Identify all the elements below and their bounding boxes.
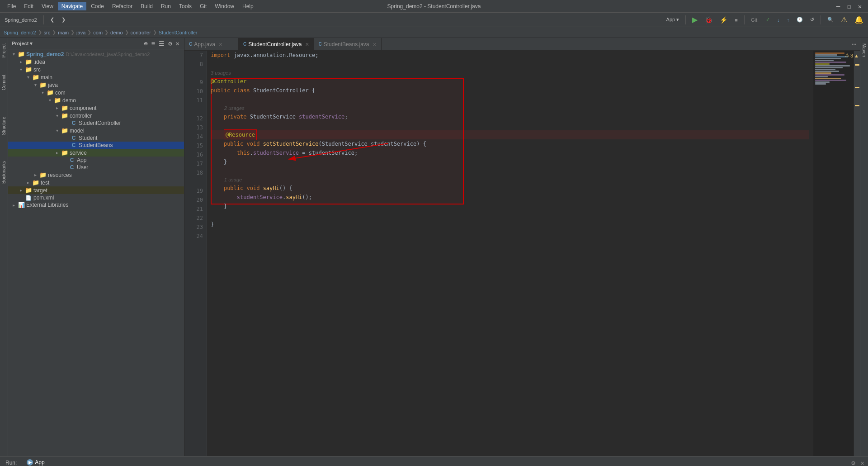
java-icon-user: C — [68, 164, 76, 171]
menu-view[interactable]: View — [38, 2, 57, 10]
folder-icon-java: 📁 — [39, 81, 47, 88]
tree-main[interactable]: ▾ 📁 main — [8, 73, 184, 81]
minimize-button[interactable]: ─ — [834, 3, 843, 10]
sidebar-collapse-btn[interactable]: ≡ — [151, 40, 156, 47]
menu-run[interactable]: Run — [157, 2, 175, 10]
tree-user[interactable]: ▸ C User — [8, 164, 184, 171]
folder-icon-idea: 📁 — [24, 58, 33, 65]
tree-controller[interactable]: ▾ 📁 controller — [8, 112, 184, 119]
sidebar-options-btn[interactable]: ☰ — [158, 40, 165, 47]
code-line-10: public class StudentController { — [211, 86, 809, 95]
project-tab[interactable]: Project — [0, 40, 7, 61]
tree-test[interactable]: ▸ 📁 test — [8, 179, 184, 186]
tab-close-app[interactable]: × — [219, 41, 222, 48]
maven-tab[interactable]: Maven — [861, 40, 868, 61]
code-content[interactable]: import javax.annotation.Resource; 3 usag… — [207, 51, 813, 456]
tree-resources[interactable]: ▸ 📁 resources — [8, 171, 184, 179]
toolbar-settings-btn[interactable]: ⚠ — [838, 14, 850, 25]
menu-edit[interactable]: Edit — [20, 2, 37, 10]
tree-root[interactable]: ▾ 📁 Spring_demo2 D:\Java\code\test_java\… — [8, 50, 184, 58]
tree-demo[interactable]: ▾ 📁 demo — [8, 96, 184, 104]
tree-java[interactable]: ▾ 📁 java — [8, 81, 184, 89]
bottom-close-btn[interactable]: ✕ — [859, 458, 866, 466]
tree-component[interactable]: ▸ 📁 component — [8, 104, 184, 112]
toolbar-git-check[interactable]: ✓ — [763, 16, 773, 24]
breadcrumb-java[interactable]: java — [76, 30, 85, 35]
code-line-22 — [211, 211, 809, 220]
tab-app[interactable]: C App.java × — [184, 38, 239, 51]
menu-git[interactable]: Git — [196, 2, 210, 10]
folder-icon-demo: 📁 — [53, 97, 61, 104]
toolbar-run-config[interactable]: App ▾ — [664, 16, 682, 24]
breadcrumb-src[interactable]: src — [44, 30, 51, 35]
maximize-button[interactable]: ☐ — [844, 3, 854, 10]
breadcrumb-demo[interactable]: demo — [110, 30, 123, 35]
toolbar-forward-btn[interactable]: ❯ — [59, 16, 68, 24]
breadcrumb-com[interactable]: com — [93, 30, 103, 35]
tree-student-beans[interactable]: ▸ C StudentBeans — [8, 142, 184, 149]
tree-app[interactable]: ▸ C App — [8, 157, 184, 164]
toolbar-project-btn[interactable]: Spring_demo2 — [2, 16, 40, 24]
menu-code[interactable]: Code — [87, 2, 108, 10]
bottom-tab-run[interactable]: ▶ App — [21, 457, 50, 466]
structure-tab[interactable]: Structure — [0, 113, 7, 139]
toolbar-git-push[interactable]: ↑ — [784, 16, 793, 24]
breadcrumb-class[interactable]: StudentController — [159, 30, 198, 35]
run-tab-label: App — [35, 459, 44, 466]
tree-pom[interactable]: ▸ 📄 pom.xml — [8, 194, 184, 201]
tree-target[interactable]: ▸ 📁 target — [8, 186, 184, 194]
toolbar-coverage-btn[interactable]: ⚡ — [717, 15, 730, 24]
toolbar-debug-btn[interactable]: 🐞 — [702, 15, 715, 24]
breadcrumb-root[interactable]: Spring_demo2 — [4, 30, 36, 35]
tree-idea[interactable]: ▸ 📁 .idea — [8, 58, 184, 66]
toolbar-git-history[interactable]: 🕐 — [794, 16, 806, 24]
toolbar-run-btn[interactable]: ▶ — [689, 14, 700, 25]
toolbar-back-btn[interactable]: ❮ — [47, 16, 57, 24]
tree-service[interactable]: ▸ 📁 service — [8, 149, 184, 157]
sidebar-title: Project ▾ — [12, 41, 33, 47]
menu-tools[interactable]: Tools — [175, 2, 195, 10]
menu-navigate[interactable]: Navigate — [58, 2, 86, 10]
commit-tab[interactable]: Commit — [0, 71, 7, 94]
sidebar-settings-btn[interactable]: ⚙ — [167, 40, 173, 47]
tree-student[interactable]: ▸ C Student — [8, 134, 184, 142]
toolbar-search-btn[interactable]: 🔍 — [825, 16, 836, 24]
breadcrumb: Spring_demo2 ❯ src ❯ main ❯ java ❯ com ❯… — [0, 27, 868, 38]
java-icon-student-beans: C — [70, 142, 78, 148]
menu-refactor[interactable]: Refactor — [108, 2, 136, 10]
breadcrumb-main[interactable]: main — [58, 30, 69, 35]
code-line-12: private StudentService studentService ; — [211, 112, 809, 121]
toolbar-git-rollback[interactable]: ↺ — [807, 16, 817, 24]
menu-file[interactable]: File — [4, 2, 19, 10]
toolbar-stop-btn[interactable]: ■ — [732, 16, 741, 24]
folder-icon-model: 📁 — [61, 127, 69, 134]
code-line-usage-2: 2 usages — [211, 104, 809, 112]
bottom-settings-btn[interactable]: ⚙ — [849, 458, 857, 466]
sidebar-add-btn[interactable]: ⊕ — [143, 40, 148, 47]
breadcrumb-controller[interactable]: controller — [131, 30, 151, 35]
tree-com[interactable]: ▾ 📁 com — [8, 89, 184, 96]
tab-close-controller[interactable]: × — [305, 41, 309, 48]
line-numbers: 7 8 9 10 11 12 13 14 15 16 17 18 19 20 2… — [184, 51, 207, 456]
line-num-21: 21 — [184, 204, 203, 214]
tabs-more-btn[interactable]: ⋯ — [848, 40, 860, 48]
menu-help[interactable]: Help — [239, 2, 257, 10]
warn-mark-3 — [855, 105, 859, 106]
tab-student-controller[interactable]: C StudentController.java × — [239, 38, 314, 51]
tab-student-beans[interactable]: C StudentBeans.java × — [314, 38, 382, 51]
sidebar-close-btn[interactable]: ✕ — [175, 40, 180, 47]
tree-student-controller[interactable]: ▸ C StudentController — [8, 119, 184, 127]
menu-build[interactable]: Build — [137, 2, 156, 10]
menu-window[interactable]: Window — [211, 2, 238, 10]
tab-close-beans[interactable]: × — [373, 41, 376, 48]
tab-label-beans: StudentBeans.java — [324, 41, 369, 48]
toolbar-git-update[interactable]: ↓ — [774, 16, 783, 24]
tree-src[interactable]: ▾ 📁 src — [8, 66, 184, 73]
bookmarks-tab[interactable]: Bookmarks — [0, 157, 7, 187]
tree-model[interactable]: ▾ 📁 model — [8, 127, 184, 134]
folder-icon-test: 📁 — [32, 179, 40, 186]
close-button[interactable]: ✕ — [855, 3, 864, 10]
folder-icon-root: 📁 — [17, 51, 25, 57]
toolbar-notifications[interactable]: 🔔 — [852, 14, 866, 25]
tree-external-libs[interactable]: ▸ 📊 External Libraries — [8, 201, 184, 209]
